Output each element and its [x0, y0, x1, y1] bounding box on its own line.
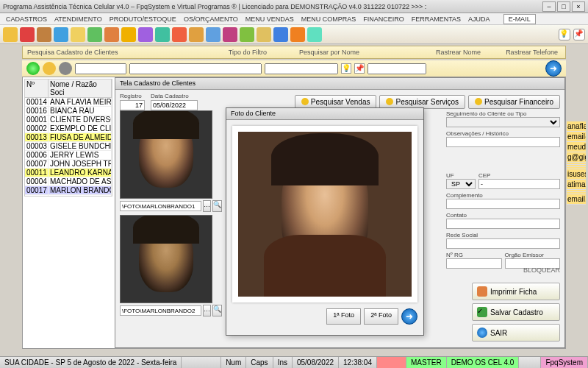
track-phone-input[interactable]: [368, 63, 426, 74]
tool-icon[interactable]: [240, 27, 254, 42]
table-row[interactable]: 00001CLIENTE DIVERSO: [25, 116, 112, 124]
add-icon[interactable]: [26, 62, 40, 75]
tool-icon[interactable]: [138, 27, 153, 42]
table-row[interactable]: 00008MOISES DE ASSIS: [25, 195, 112, 197]
menu-item[interactable]: FINANCEIRO: [360, 15, 407, 23]
tool-icon[interactable]: [257, 27, 271, 42]
menubar: CADASTROS ATENDIMENTO PRODUTO/ESTOQUE OS…: [0, 13, 588, 25]
rede-input[interactable]: [446, 238, 560, 249]
cep-input[interactable]: [478, 179, 560, 189]
menu-item[interactable]: AJUDA: [465, 15, 493, 23]
tool-icon[interactable]: [59, 62, 72, 75]
track-name-label: Rastrear Nome: [436, 49, 481, 56]
status-fpq: FpqSystem: [541, 357, 588, 368]
tool-icon[interactable]: [273, 27, 288, 42]
pin-icon[interactable]: 📌: [354, 63, 365, 74]
status-location: SUA CIDADE - SP 5 de Agosto de 2022 - Se…: [0, 357, 182, 368]
registro-input[interactable]: [120, 100, 145, 110]
salvar-button[interactable]: ✓Salvar Cadastro: [472, 303, 560, 321]
filter-input[interactable]: [75, 63, 126, 74]
tool-icon[interactable]: [223, 27, 237, 42]
tool-icon[interactable]: [87, 27, 102, 42]
table-row[interactable]: 00007JOHN JOSEPH TR: [25, 160, 112, 169]
tool-icon[interactable]: [290, 27, 305, 42]
imprimir-button[interactable]: Imprimir Ficha: [472, 283, 560, 300]
date-input[interactable]: [151, 100, 198, 110]
list-item: email@email.com.br: [567, 132, 586, 142]
tool-icon[interactable]: [189, 27, 204, 42]
menu-item[interactable]: MENU VENDAS: [243, 15, 297, 23]
tool-icon[interactable]: [37, 27, 51, 42]
table-row[interactable]: 00002EXEMPLO DE CLIE: [25, 124, 112, 133]
status-date: 05/08/2022: [293, 357, 339, 368]
maximize-button[interactable]: □: [557, 1, 570, 12]
status-time: 12:38:04: [339, 357, 377, 368]
status-caps: Caps: [246, 357, 273, 368]
browse-icon[interactable]: …: [203, 200, 211, 212]
contato-label: Contato: [446, 212, 560, 219]
pesquisar-servicos-button[interactable]: Pesquisar Serviços: [379, 95, 465, 109]
bloquear-label: BLOQUEAR: [523, 266, 560, 274]
foto-dialog-title: Foto do Cliente: [226, 108, 423, 120]
foto1-button[interactable]: 1ª Foto: [326, 308, 361, 325]
tool-icon[interactable]: [172, 27, 187, 42]
table-row[interactable]: 00017MARLON BRANDO: [25, 186, 112, 195]
tool-icon[interactable]: [71, 27, 85, 42]
menu-item[interactable]: FERRAMENTAS: [409, 15, 464, 23]
close-button[interactable]: ×: [572, 1, 585, 12]
print-icon: [477, 286, 487, 297]
tool-icon[interactable]: [206, 27, 220, 42]
status-demo: DEMO OS CEL 4.0: [447, 357, 520, 368]
table-row[interactable]: 00014ANA FLAVIA MEIRE: [25, 98, 112, 107]
foto2-button[interactable]: 2ª Foto: [364, 308, 398, 325]
go-button[interactable]: ➜: [545, 60, 562, 77]
exit-icon: [477, 328, 487, 338]
table-row[interactable]: 00004MACHADO DE ASS: [25, 177, 112, 186]
tool-icon[interactable]: [54, 27, 68, 42]
email-button[interactable]: E-MAIL: [503, 14, 536, 24]
tool-icon[interactable]: [121, 27, 136, 42]
photo1-path[interactable]: [120, 201, 201, 211]
browse-icon[interactable]: …: [203, 305, 211, 316]
contato-input[interactable]: [446, 219, 560, 229]
tool-icon[interactable]: [20, 27, 35, 42]
menu-item[interactable]: PRODUTO/ESTOQUE: [107, 15, 179, 23]
rg-input[interactable]: [446, 258, 502, 269]
photo-1[interactable]: [120, 110, 212, 199]
photo-2[interactable]: [120, 215, 212, 303]
minimize-button[interactable]: –: [542, 1, 556, 12]
name-search-input[interactable]: [129, 63, 262, 74]
tool-icon[interactable]: [104, 27, 119, 42]
foto-go-button[interactable]: ➜: [401, 308, 417, 325]
uf-select[interactable]: SP: [446, 179, 476, 189]
table-row[interactable]: 00006JERRY LEWIS: [25, 151, 112, 160]
zoom-icon[interactable]: 🔍: [212, 305, 222, 316]
table-row[interactable]: 00013FIUSA DE ALMEID: [25, 133, 112, 142]
table-row[interactable]: 00003GISELE BUNDCHE: [25, 142, 112, 151]
menu-item[interactable]: MENU COMPRAS: [298, 15, 359, 23]
pesquisar-vendas-button[interactable]: Pesquisar Vendas: [295, 95, 377, 109]
lightbulb-icon[interactable]: 💡: [559, 29, 570, 40]
table-row[interactable]: 00011LEANDRO KARNA: [25, 169, 112, 177]
sair-button[interactable]: SAIR: [472, 324, 560, 342]
email-list: anaflavia@email@email.com.brmeuda@fiusad…: [567, 121, 586, 224]
menu-item[interactable]: CADASTROS: [3, 15, 50, 23]
complemento-input[interactable]: [446, 199, 560, 209]
photo2-path[interactable]: [120, 305, 201, 316]
tool-icon[interactable]: [3, 27, 18, 42]
menu-item[interactable]: ATENDIMENTO: [51, 15, 105, 23]
zoom-icon[interactable]: 🔍: [212, 200, 222, 212]
pesquisar-financeiro-button[interactable]: Pesquisar Financeiro: [468, 95, 560, 109]
tool-icon[interactable]: [307, 27, 322, 42]
menu-item[interactable]: OS/ORÇAMENTO: [181, 15, 241, 23]
list-item: meuda@fiusadealmeida.com.br: [567, 142, 586, 152]
lightbulb-icon[interactable]: 💡: [341, 63, 351, 74]
pin-icon[interactable]: 📌: [573, 29, 585, 40]
obs-input[interactable]: [446, 137, 560, 147]
track-phone-label: Rastrear Telefone: [506, 49, 558, 56]
tool-icon[interactable]: [155, 27, 170, 42]
table-row[interactable]: 00016BIANCA RAU: [25, 107, 112, 116]
seguimento-select[interactable]: [446, 117, 560, 127]
track-name-input[interactable]: [265, 63, 338, 74]
edit-icon[interactable]: [43, 62, 56, 75]
